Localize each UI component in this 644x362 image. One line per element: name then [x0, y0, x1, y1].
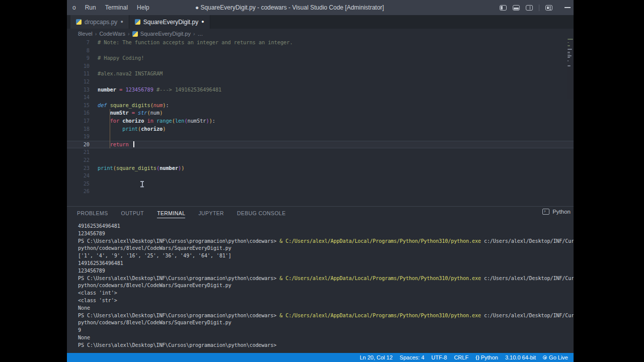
status-spaces-4[interactable]: Spaces: 4 — [396, 353, 428, 362]
tab-label: dropcaps.py — [85, 19, 117, 26]
code-line-19[interactable]: 19 — [67, 133, 574, 141]
status-ln-20-col-12[interactable]: Ln 20, Col 12 — [356, 353, 396, 362]
customize-layout-icon[interactable] — [545, 5, 552, 11]
code-line-11[interactable]: 11#alex.nava2 INSTAGRAM — [67, 70, 574, 78]
code-line-16[interactable]: 16 numStr = str(num) — [67, 109, 574, 117]
code-text — [90, 62, 98, 70]
panel-tab-jupyter[interactable]: JUPYTER — [198, 210, 224, 217]
modified-dot-icon[interactable]: ● — [120, 20, 123, 24]
code-line-24[interactable]: 24 — [67, 172, 574, 180]
titlebar-separator — [539, 5, 539, 11]
breadcrumb-item-1[interactable]: CodeWars — [99, 31, 125, 37]
line-number[interactable]: 14 — [67, 94, 90, 102]
line-number[interactable]: 21 — [67, 148, 90, 156]
line-number[interactable]: 10 — [67, 62, 90, 70]
toggle-secondary-sidebar-icon[interactable] — [526, 5, 533, 11]
terminal-line-12: None — [78, 305, 574, 312]
code-line-20[interactable]: 20 return — [67, 141, 574, 149]
terminal-line-6: 149162536496481 — [78, 260, 574, 267]
menu-run[interactable]: Run — [80, 0, 101, 15]
toggle-panel-icon[interactable] — [513, 5, 520, 11]
line-number[interactable]: 24 — [67, 172, 90, 180]
code-line-13[interactable]: 13number = 123456789 #---> 1491625364964… — [67, 86, 574, 94]
code-line-22[interactable]: 22 — [67, 156, 574, 164]
tab-dropcaps.py[interactable]: dropcaps.py● — [70, 15, 129, 29]
line-number[interactable]: 26 — [67, 188, 90, 196]
line-number[interactable]: 23 — [67, 164, 90, 172]
code-line-7[interactable]: 7# Note: The function accepts an integer… — [67, 39, 574, 47]
line-number[interactable]: 18 — [67, 125, 90, 133]
breadcrumb-item-3[interactable]: … — [198, 31, 203, 37]
line-number[interactable]: 9 — [67, 54, 90, 62]
tab-SquareEveryDigit.py[interactable]: SquareEveryDigit.py● — [129, 15, 210, 29]
minimap-line — [568, 39, 573, 40]
line-number[interactable]: 8 — [67, 47, 90, 55]
minimap[interactable] — [567, 39, 574, 99]
breadcrumb-item-2[interactable]: SquareEveryDigit.py — [132, 31, 191, 37]
breadcrumb-label: CodeWars — [99, 31, 125, 37]
minimap-line — [568, 45, 570, 46]
line-number[interactable]: 16 — [67, 109, 90, 117]
title-bar: oRunTerminalHelp ● SquareEveryDigit.py -… — [67, 0, 574, 15]
menu-help[interactable]: Help — [132, 0, 154, 15]
status-go-live[interactable]: Go Live — [539, 353, 572, 362]
code-text — [90, 94, 98, 102]
code-line-14[interactable]: 14 — [67, 94, 574, 102]
window-title: ● SquareEveryDigit.py - codewars - Visua… — [195, 0, 384, 15]
line-number[interactable]: 7 — [67, 39, 90, 47]
status-bar: Ln 20, Col 12Spaces: 4UTF-8CRLF{ }Python… — [67, 353, 574, 362]
line-number[interactable]: 13 — [67, 86, 90, 94]
menu-terminal[interactable]: Terminal — [101, 0, 132, 15]
line-number[interactable]: 20 — [67, 141, 90, 149]
code-line-8[interactable]: 8 — [67, 47, 574, 55]
chevron-right-icon: › — [128, 31, 130, 37]
terminal-shell-label[interactable]: Python — [552, 209, 571, 215]
panel-tab-terminal[interactable]: TERMINAL — [157, 210, 185, 218]
code-line-21[interactable]: 21 — [67, 148, 574, 156]
line-number[interactable]: 15 — [67, 102, 90, 110]
editor-tab-bar: dropcaps.py●SquareEveryDigit.py● — [67, 15, 574, 29]
toggle-primary-sidebar-icon[interactable] — [500, 5, 507, 11]
breadcrumb-item-0[interactable]: 8level — [78, 31, 93, 37]
code-line-17[interactable]: 17 for chorizo in range(len(numStr)): — [67, 117, 574, 125]
code-text — [90, 148, 98, 156]
panel-tab-output[interactable]: OUTPUT — [121, 210, 144, 217]
panel-tab-problems[interactable]: PROBLEMS — [77, 210, 108, 217]
status-utf-8[interactable]: UTF-8 — [428, 353, 450, 362]
minimap-line — [568, 54, 570, 55]
status-python[interactable]: { }Python — [472, 353, 502, 362]
breadcrumb: 8level›CodeWars›SquareEveryDigit.py›… — [67, 29, 574, 39]
python-file-icon — [76, 19, 82, 25]
line-number[interactable]: 11 — [67, 70, 90, 78]
minimize-button[interactable] — [565, 7, 571, 8]
line-number[interactable]: 12 — [67, 78, 90, 86]
minimap-line — [568, 52, 570, 53]
status-label: Python — [481, 353, 498, 362]
panel-tab-debug-console[interactable]: DEBUG CONSOLE — [237, 210, 286, 217]
code-editor[interactable]: 7# Note: The function accepts an integer… — [67, 39, 574, 206]
status-3-10-0-64-bit[interactable]: 3.10.0 64-bit — [502, 353, 539, 362]
minimap-line — [568, 65, 571, 66]
braces-icon: { } — [475, 353, 479, 362]
code-line-12[interactable]: 12 — [67, 78, 574, 86]
code-line-18[interactable]: 18 print(chorizo) — [67, 125, 574, 133]
line-number[interactable]: 25 — [67, 180, 90, 188]
status-label: Ln 20, Col 12 — [360, 353, 392, 362]
code-line-9[interactable]: 9# Happy Coding! — [67, 54, 574, 62]
panel-actions: Python — [542, 209, 571, 215]
menu-o[interactable]: o — [68, 0, 80, 15]
code-line-26[interactable]: 26 — [67, 188, 574, 196]
modified-dot-icon[interactable]: ● — [201, 20, 204, 24]
terminal-line-5: ['1', '4', '9', '16', '25', '36', '49', … — [78, 252, 574, 260]
line-number[interactable]: 22 — [67, 156, 90, 164]
code-line-10[interactable]: 10 — [67, 62, 574, 70]
code-line-23[interactable]: 23print(square_digits(number)) — [67, 164, 574, 172]
terminal-line-10: <class 'int'> — [78, 290, 574, 297]
code-line-15[interactable]: 15def square_digits(num): — [67, 102, 574, 110]
line-number[interactable]: 19 — [67, 133, 90, 141]
terminal-line-7: 123456789 — [78, 267, 574, 275]
line-number[interactable]: 17 — [67, 117, 90, 125]
status-crlf[interactable]: CRLF — [450, 353, 472, 362]
terminal-output[interactable]: 49162536496481123456789PS C:\Users\alexl… — [67, 223, 574, 353]
code-text — [90, 47, 98, 55]
